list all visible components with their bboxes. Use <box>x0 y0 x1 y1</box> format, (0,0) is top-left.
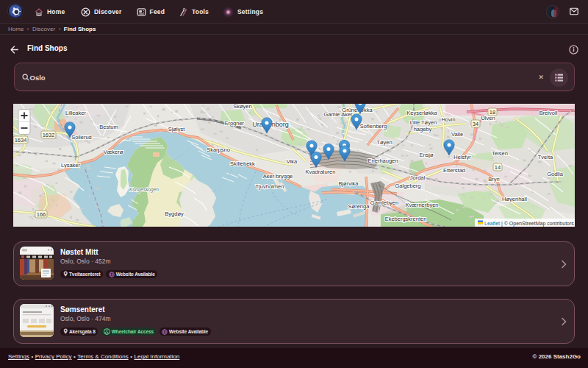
svg-text:Helsfyr: Helsfyr <box>453 154 471 160</box>
svg-text:Bestum: Bestum <box>99 124 118 130</box>
svg-text:Tøyen: Tøyen <box>376 139 392 146</box>
svg-text:14: 14 <box>495 164 501 171</box>
svg-text:| © OpenStreetMap contributors: | © OpenStreetMap contributors <box>501 221 574 227</box>
svg-text:Skøyen: Skøyen <box>233 104 251 110</box>
svg-text:Gamlebyen: Gamlebyen <box>370 199 398 206</box>
svg-text:Høyenhall: Høyenhall <box>502 196 527 202</box>
svg-text:Bryn: Bryn <box>488 176 499 183</box>
svg-text:Bjørvika: Bjørvika <box>338 180 359 187</box>
svg-text:Lysaker: Lysaker <box>61 162 80 169</box>
svg-text:Galgeberg: Galgeberg <box>395 183 420 189</box>
svg-text:Valle: Valle <box>451 131 463 138</box>
svg-text:Leaflet: Leaflet <box>484 221 500 226</box>
svg-text:Skarpsno: Skarpsno <box>207 146 230 153</box>
svg-text:Kongeskogen: Kongeskogen <box>129 187 159 193</box>
svg-text:Enerhaugen: Enerhaugen <box>368 158 398 164</box>
svg-text:Tveita: Tveita <box>538 154 553 160</box>
svg-text:Breivoll: Breivoll <box>539 110 558 116</box>
svg-text:Tjuvholmen: Tjuvholmen <box>256 183 284 190</box>
svg-text:Jordal: Jordal <box>410 174 426 181</box>
svg-text:Lille Tøyen: Lille Tøyen <box>410 119 437 126</box>
svg-text:Lilleaker: Lilleaker <box>65 110 86 116</box>
svg-text:166: 166 <box>37 211 46 218</box>
svg-text:Sørenga: Sørenga <box>348 203 370 210</box>
svg-text:Sjølyst: Sjølyst <box>168 126 185 132</box>
svg-text:34: 34 <box>473 121 478 127</box>
svg-text:Ekebergskrenten: Ekebergskrenten <box>385 216 427 222</box>
svg-text:hageby: hageby <box>414 126 432 132</box>
svg-text:Sofienberg: Sofienberg <box>360 123 387 130</box>
svg-text:18: 18 <box>490 109 495 116</box>
svg-text:1634: 1634 <box>15 137 27 144</box>
svg-text:Aker brygge: Aker brygge <box>263 173 293 180</box>
svg-text:Kvadraturen: Kvadraturen <box>306 169 336 175</box>
svg-text:Vækerø: Vækerø <box>104 149 123 155</box>
svg-text:Bygdøy: Bygdøy <box>165 210 184 217</box>
svg-text:Frogner: Frogner <box>225 120 245 127</box>
svg-text:Etterstad: Etterstad <box>443 167 465 174</box>
svg-text:Godlia: Godlia <box>547 171 564 177</box>
svg-text:1632: 1632 <box>43 132 55 138</box>
svg-text:Hovin: Hovin <box>441 116 455 123</box>
svg-text:Ensjø: Ensjø <box>419 152 434 158</box>
svg-text:Teisen: Teisen <box>492 150 508 157</box>
svg-text:Vika: Vika <box>287 158 298 165</box>
svg-text:Sollerud: Sollerud <box>71 134 92 141</box>
svg-text:Kværnerbyen: Kværnerbyen <box>405 202 438 208</box>
svg-text:Skillebekk: Skillebekk <box>230 160 255 167</box>
svg-text:Keyserløkka: Keyserløkka <box>406 110 437 116</box>
svg-text:Gamle Aker: Gamle Aker <box>323 111 353 118</box>
